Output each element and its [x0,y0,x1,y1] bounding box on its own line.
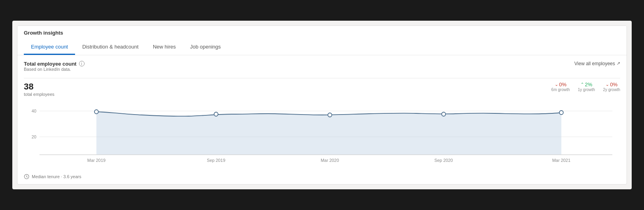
outer-container: Growth insights Employee count Distribut… [12,21,632,189]
card-header: Growth insights Employee count Distribut… [17,26,627,55]
svg-line-13 [27,177,27,177]
growth-2y: ⌄ 0% 2y growth [603,82,620,92]
arrow-down-icon-6m: ⌄ [555,82,558,87]
divider [24,78,620,78]
arrow-up-icon-1y: ⌃ [580,82,584,87]
growth-6m-value: ⌄ 0% [555,82,567,88]
growth-stats: ⌄ 0% 6m growth ⌃ 2% 1y growth [551,82,620,92]
data-point-3 [442,112,445,116]
growth-1y: ⌃ 2% 1y growth [578,82,595,92]
tabs-container: Employee count Distribution & headcount … [24,40,620,55]
growth-2y-value: ⌄ 0% [605,82,617,88]
svg-text:40: 40 [32,109,37,113]
data-point-1 [214,112,218,116]
external-link-icon: ↗ [617,61,620,66]
section-title: Total employee count [24,61,77,67]
growth-2y-label: 2y growth [603,88,620,92]
svg-text:Mar 2020: Mar 2020 [321,158,339,163]
card-title: Growth insights [24,30,620,40]
svg-text:Sep 2019: Sep 2019 [207,158,225,163]
section-title-group: Total employee count i Based on LinkedIn… [24,61,85,75]
tab-new-hires[interactable]: New hires [146,40,183,55]
employee-count-number: 38 [24,82,54,92]
data-point-4 [559,111,563,115]
svg-text:20: 20 [32,134,37,139]
data-point-2 [328,113,332,117]
chart-area [96,112,561,155]
info-icon[interactable]: i [79,61,85,66]
growth-6m-label: 6m growth [551,88,570,92]
stats-row: 38 total employees ⌄ 0% 6m growth ⌃ [24,82,620,97]
view-all-link[interactable]: View all employees ↗ [575,61,621,66]
chart-svg: 40 20 Mar 2019 Sep 201 [24,99,620,171]
section-title-row: Total employee count i [24,61,85,67]
growth-1y-value: ⌃ 2% [580,82,592,88]
section-header: Total employee count i Based on LinkedIn… [24,61,620,75]
data-point-0 [94,110,98,114]
growth-6m: ⌄ 0% 6m growth [551,82,570,92]
employee-count-label: total employees [24,92,54,97]
clock-icon [24,174,29,179]
footer: Median tenure · 3.6 years [24,171,620,180]
svg-text:Mar 2021: Mar 2021 [552,158,571,163]
section-subtitle: Based on LinkedIn data. [24,67,85,72]
content-area: Total employee count i Based on LinkedIn… [17,55,627,184]
tab-distribution-headcount[interactable]: Distribution & headcount [75,40,146,55]
chart-container: 40 20 Mar 2019 Sep 201 [24,99,620,171]
svg-text:Sep 2020: Sep 2020 [434,158,453,163]
growth-insights-card: Growth insights Employee count Distribut… [17,25,627,185]
tab-employee-count[interactable]: Employee count [24,40,75,55]
growth-1y-label: 1y growth [578,88,595,92]
view-all-label: View all employees [575,61,615,66]
employee-count-block: 38 total employees [24,82,54,97]
tab-job-openings[interactable]: Job openings [183,40,228,55]
footer-text: Median tenure · 3.6 years [32,174,81,179]
arrow-down-icon-2y: ⌄ [605,82,609,87]
svg-text:Mar 2019: Mar 2019 [87,158,106,163]
